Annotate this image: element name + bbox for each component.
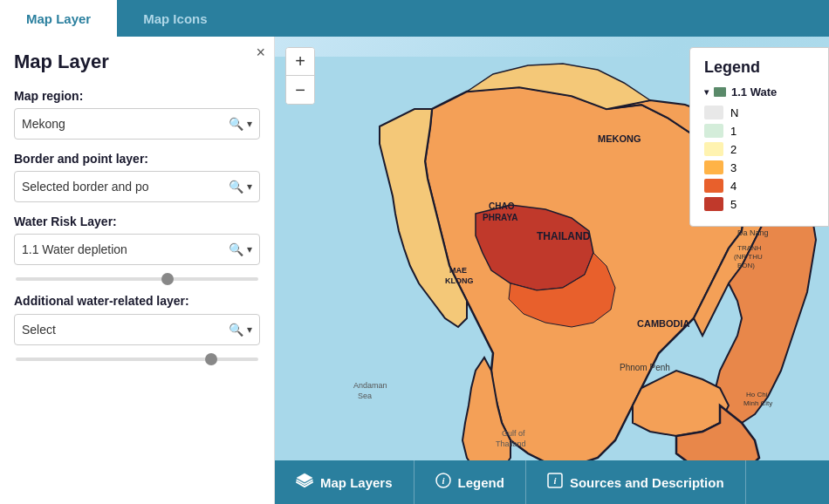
additional-layer-select[interactable]: Select 🔍 ▾ <box>14 314 260 345</box>
legend-item-label: 1 <box>730 125 737 138</box>
panel-title: Map Layer <box>14 51 260 73</box>
svg-text:Thailand: Thailand <box>496 439 526 448</box>
bottom-toolbar: Map Layers i Legend i <box>275 460 829 504</box>
legend-item: 1 <box>704 124 814 138</box>
legend-item: N <box>704 106 814 119</box>
legend-button[interactable]: i Legend <box>414 460 526 504</box>
map-region-icons: 🔍 ▾ <box>229 117 252 131</box>
map-region-label: Map region: <box>14 89 260 103</box>
svg-text:Phnom Penh: Phnom Penh <box>620 363 670 372</box>
map-area: MEKONG CHAO PHRAYA THAILAND MAE KLONG CA… <box>275 37 829 504</box>
legend-color-swatch <box>704 142 723 156</box>
water-risk-select[interactable]: 1.1 Water depletion 🔍 ▾ <box>14 234 260 265</box>
legend-color-swatch <box>704 106 723 119</box>
legend-color-swatch <box>704 124 723 138</box>
legend-item-label: 5 <box>730 198 737 211</box>
map-background: MEKONG CHAO PHRAYA THAILAND MAE KLONG CA… <box>275 37 829 504</box>
additional-layer-label: Additional water-related layer: <box>14 293 260 309</box>
legend-collapse-icon[interactable]: ▾ <box>704 87 709 97</box>
svg-text:Andaman: Andaman <box>353 381 387 390</box>
legend-button-label: Legend <box>458 475 504 490</box>
svg-text:CAMBODIA: CAMBODIA <box>637 318 690 329</box>
legend-color-swatch <box>704 197 723 211</box>
border-layer-icons: 🔍 ▾ <box>229 180 252 194</box>
additional-layer-chevron-icon[interactable]: ▾ <box>247 324 252 336</box>
svg-text:PHRAYA: PHRAYA <box>483 213 517 222</box>
water-risk-chevron-icon[interactable]: ▾ <box>247 243 252 255</box>
legend-item-label: 4 <box>730 180 737 193</box>
legend-item-label: 2 <box>730 143 737 156</box>
close-button[interactable]: × <box>256 44 265 62</box>
map-region-search-icon[interactable]: 🔍 <box>229 117 243 131</box>
additional-layer-search-icon[interactable]: 🔍 <box>229 323 243 337</box>
legend-items: N 1 2 3 4 5 <box>704 106 814 211</box>
svg-text:Da Nang: Da Nang <box>737 228 769 237</box>
legend-section-text: 1.1 Wate <box>731 85 777 99</box>
svg-text:(NR THU: (NR THU <box>734 253 763 261</box>
slider-track <box>16 277 258 281</box>
zoom-out-button[interactable]: − <box>286 76 314 104</box>
map-layers-button[interactable]: Map Layers <box>275 460 414 504</box>
svg-text:TRANH: TRANH <box>737 244 762 252</box>
svg-text:Gulf of: Gulf of <box>502 429 525 438</box>
svg-text:MAE: MAE <box>449 266 467 275</box>
legend-item: 2 <box>704 142 814 156</box>
water-risk-label: Water Risk Layer: <box>14 215 260 228</box>
map-region-select[interactable]: Mekong 🔍 ▾ <box>14 108 260 140</box>
water-risk-value: 1.1 Water depletion <box>22 242 229 256</box>
left-panel: × Map Layer Map region: Mekong 🔍 ▾ Borde… <box>0 37 275 504</box>
sources-label: Sources and Description <box>570 475 724 490</box>
border-layer-value: Selected border and po <box>22 180 229 194</box>
main-layout: × Map Layer Map region: Mekong 🔍 ▾ Borde… <box>0 37 829 504</box>
slider-thumb[interactable] <box>161 273 174 285</box>
svg-text:i: i <box>553 475 557 486</box>
additional-slider-thumb[interactable] <box>205 353 217 365</box>
svg-text:KLONG: KLONG <box>445 276 474 285</box>
svg-text:Minh City: Minh City <box>743 399 772 407</box>
map-region-chevron-icon[interactable]: ▾ <box>247 118 252 130</box>
legend-color-swatch <box>704 160 723 174</box>
map-zoom-controls: + − <box>285 47 315 105</box>
map-region-value: Mekong <box>22 117 229 131</box>
map-layers-label: Map Layers <box>320 475 393 490</box>
legend-item: 3 <box>704 160 814 174</box>
water-risk-icons: 🔍 ▾ <box>229 242 252 256</box>
additional-layer-value: Select <box>22 323 229 337</box>
svg-text:Sea: Sea <box>358 392 372 400</box>
svg-text:BON): BON) <box>737 262 755 269</box>
info-icon: i <box>435 473 451 493</box>
svg-text:MEKONG: MEKONG <box>598 133 641 144</box>
svg-text:i: i <box>442 475 445 486</box>
svg-text:THAILAND: THAILAND <box>537 230 591 242</box>
tab-map-icons[interactable]: Map Icons <box>117 0 233 37</box>
border-layer-search-icon[interactable]: 🔍 <box>229 180 243 194</box>
additional-layer-slider[interactable] <box>14 358 260 361</box>
border-layer-label: Border and point layer: <box>14 152 260 166</box>
info-square-icon: i <box>547 473 563 493</box>
legend-section: ▾ 1.1 Wate <box>704 85 814 99</box>
zoom-in-button[interactable]: + <box>286 48 314 76</box>
water-risk-search-icon[interactable]: 🔍 <box>229 242 243 256</box>
water-risk-slider[interactable] <box>14 277 260 281</box>
legend-item-label: N <box>730 106 738 119</box>
svg-text:Ho Chi: Ho Chi <box>746 391 768 398</box>
additional-slider-track <box>16 358 258 361</box>
header-tabs: Map Layer Map Icons <box>0 0 829 37</box>
legend-folder-icon <box>714 87 726 97</box>
legend-item-label: 3 <box>730 161 737 174</box>
tab-map-layer[interactable]: Map Layer <box>0 0 117 37</box>
legend-panel: Legend ▾ 1.1 Wate N 1 2 3 4 5 <box>689 47 829 227</box>
legend-title: Legend <box>704 58 814 77</box>
additional-layer-icons: 🔍 ▾ <box>229 323 252 337</box>
legend-color-swatch <box>704 179 723 193</box>
legend-item: 5 <box>704 197 814 211</box>
border-layer-chevron-icon[interactable]: ▾ <box>247 180 252 193</box>
svg-text:CHAO: CHAO <box>489 201 515 211</box>
sources-button[interactable]: i Sources and Description <box>526 460 746 504</box>
layers-icon <box>296 473 313 493</box>
border-layer-select[interactable]: Selected border and po 🔍 ▾ <box>14 171 260 202</box>
legend-item: 4 <box>704 179 814 193</box>
